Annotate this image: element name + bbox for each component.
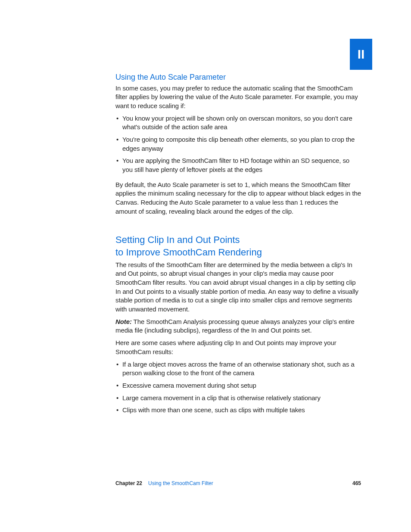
body-text: In some cases, you may prefer to reduce … — [115, 84, 361, 111]
part-tab: II — [350, 39, 372, 70]
note: Note: The SmoothCam Analysis processing … — [115, 317, 361, 335]
bullet-list: You know your project will be shown only… — [115, 114, 361, 174]
heading-in-out-points: Setting Clip In and Out Points to Improv… — [115, 234, 361, 258]
list-item: Excessive camera movement during shot se… — [115, 381, 361, 390]
list-item: You know your project will be shown only… — [115, 114, 361, 132]
section-auto-scale: Using the Auto Scale Parameter In some c… — [115, 72, 361, 216]
note-label: Note: — [115, 318, 132, 325]
page-number: 465 — [352, 480, 361, 486]
list-item: If a large object moves across the frame… — [115, 360, 361, 378]
list-item: Large camera movement in a clip that is … — [115, 394, 361, 403]
list-item: You're going to composite this clip bene… — [115, 135, 361, 153]
heading-line: to Improve SmoothCam Rendering — [115, 247, 262, 258]
list-item: You are applying the SmoothCam filter to… — [115, 156, 361, 174]
heading-auto-scale: Using the Auto Scale Parameter — [115, 72, 361, 82]
bullet-list: If a large object moves across the frame… — [115, 360, 361, 415]
page: II Using the Auto Scale Parameter In som… — [0, 0, 411, 532]
body-text: The results of the SmoothCam filter are … — [115, 261, 361, 314]
section-in-out-points: Setting Clip In and Out Points to Improv… — [115, 234, 361, 415]
part-number: II — [358, 47, 365, 62]
heading-line: Setting Clip In and Out Points — [115, 234, 240, 245]
list-item: Clips with more than one scene, such as … — [115, 406, 361, 415]
chapter-label: Chapter 22 — [115, 480, 142, 486]
body-text: Here are some cases where adjusting clip… — [115, 339, 361, 356]
page-footer: Chapter 22 Using the SmoothCam Filter 46… — [115, 480, 361, 486]
note-body: The SmoothCam Analysis processing queue … — [115, 318, 355, 334]
page-content: Using the Auto Scale Parameter In some c… — [115, 72, 361, 423]
body-text: By default, the Auto Scale parameter is … — [115, 180, 361, 216]
chapter-title: Using the SmoothCam Filter — [148, 480, 352, 486]
